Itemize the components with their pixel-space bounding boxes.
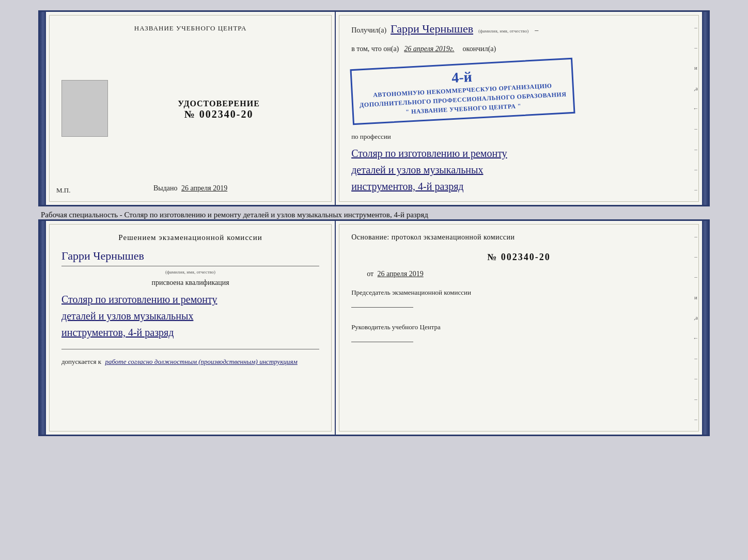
okonchil-label: окончил(а): [463, 45, 496, 53]
qual-name-block: Гарри Чернышев (фамилия, имя, отчество): [61, 247, 319, 275]
qualification-book: Решением экзаменационной комиссии Гарри …: [38, 219, 710, 436]
vtom-line: в том, что он(а) 26 апреля 2019г. окончи…: [351, 45, 687, 53]
qual-side-decoration: – – – и ,а ← – – – –: [690, 221, 702, 435]
side-decoration-right: – – и ,а ← – – – –: [690, 12, 702, 205]
qual-number: № 002340-20: [351, 252, 687, 263]
dopuskaetsya-line: допускается к работе согласно должностны…: [61, 358, 319, 366]
rukovoditel-label: Руководитель учебного Центра: [351, 323, 687, 342]
fio-label: (фамилия, имя, отчество): [478, 28, 528, 34]
qual-name: Гарри Чернышев: [61, 249, 319, 263]
profession-block: Столяр по изготовлению и ремонту деталей…: [351, 145, 687, 195]
qual-fio-label: (фамилия, имя, отчество): [61, 269, 319, 275]
predsedatel-signature: [351, 307, 413, 308]
certificate-book: НАЗВАНИЕ УЧЕБНОГО ЦЕНТРА УДОСТОВЕРЕНИЕ №…: [38, 10, 710, 206]
qual-right-page: Основание: протокол экзаменационной коми…: [336, 221, 702, 435]
qual-left-page: Решением экзаменационной комиссии Гарри …: [46, 221, 336, 435]
vydano-date: 26 апреля 2019: [181, 184, 227, 192]
qual-line2: деталей и узлов музыкальных: [61, 308, 319, 324]
vtom-label: в том, что он(а): [351, 45, 399, 53]
ot-date-line: от 26 апреля 2019: [351, 270, 687, 278]
vydano-line: Выдано 26 апреля 2019: [153, 184, 227, 193]
vtom-date: 26 апреля 2019г.: [404, 45, 454, 53]
ot-date: 26 апреля 2019: [378, 270, 424, 278]
profession-line2: деталей и узлов музыкальных: [351, 162, 687, 178]
dopuskaetsya-value: работе согласно должностным (производств…: [105, 358, 297, 365]
cert-spine-right: [702, 12, 708, 205]
mp-label: М.П.: [56, 186, 70, 195]
cert-right-page: Получил(а) Гарри Чернышев (фамилия, имя,…: [336, 12, 702, 205]
poluchil-line: Получил(а) Гарри Чернышев (фамилия, имя,…: [351, 22, 687, 36]
qual-line1: Столяр по изготовлению и ремонту: [61, 291, 319, 308]
udostoverenie-number: № 002340-20: [184, 108, 254, 120]
document-container: НАЗВАНИЕ УЧЕБНОГО ЦЕНТРА УДОСТОВЕРЕНИЕ №…: [38, 10, 710, 436]
rukovoditel-signature: [351, 342, 413, 342]
stamp-box: 4-й АВТОНОМНУЮ НЕКОММЕРЧЕСКУЮ ОРГАНИЗАЦИ…: [350, 58, 575, 125]
prisvoyena-label: присвоена квалификация: [61, 279, 319, 287]
po-professii-label: по профессии: [351, 133, 687, 141]
photo-placeholder: [61, 80, 108, 137]
qual-spine-right: [702, 221, 708, 435]
profession-line1: Столяр по изготовлению и ремонту: [351, 145, 687, 162]
qual-block: Столяр по изготовлению и ремонту деталей…: [61, 291, 319, 341]
profession-line3: инструментов, 4-й разряд: [351, 178, 687, 195]
poluchil-label: Получил(а): [351, 26, 386, 35]
recipient-name: Гарри Чернышев: [391, 22, 473, 36]
qual-line3: инструментов, 4-й разряд: [61, 324, 319, 341]
resheniem-label: Решением экзаменационной комиссии: [61, 233, 319, 242]
school-name-label: НАЗВАНИЕ УЧЕБНОГО ЦЕНТРА: [134, 24, 246, 33]
stamp-wrapper: 4-й АВТОНОМНУЮ НЕКОММЕРЧЕСКУЮ ОРГАНИЗАЦИ…: [351, 60, 687, 122]
cert-spine-left: [40, 12, 46, 205]
caption-text: Рабочая специальность - Столяр по изгото…: [38, 211, 428, 219]
qual-spine-left: [40, 221, 46, 435]
predsedatel-label: Председатель экзаменационной комиссии: [351, 289, 687, 308]
cert-left-page: НАЗВАНИЕ УЧЕБНОГО ЦЕНТРА УДОСТОВЕРЕНИЕ №…: [46, 12, 336, 205]
osnova-label: Основание: протокол экзаменационной коми…: [351, 233, 687, 242]
udostoverenie-label: УДОСТОВЕРЕНИЕ: [178, 99, 260, 108]
